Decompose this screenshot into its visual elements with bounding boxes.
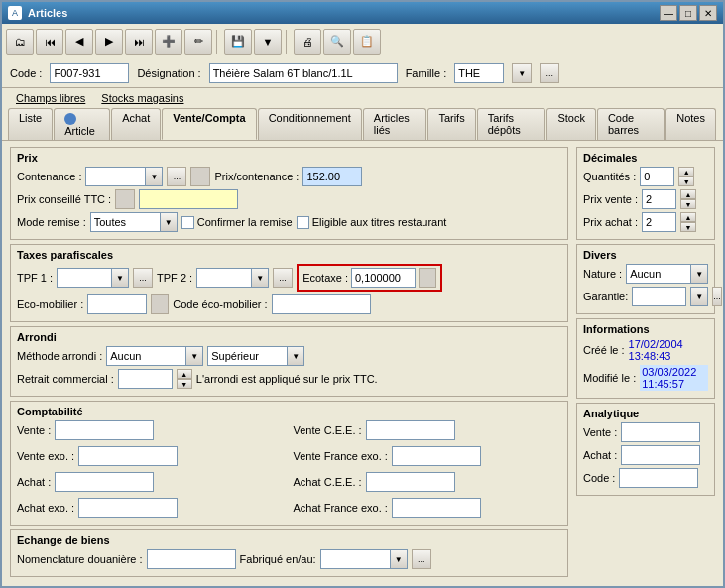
garantie-input[interactable] <box>632 287 686 306</box>
achat-input[interactable] <box>55 472 154 492</box>
contenance-calendar-btn[interactable] <box>190 167 210 186</box>
prix-vente-spin-up[interactable]: ▲ <box>680 189 696 199</box>
ecotaxe-input[interactable] <box>351 268 416 288</box>
tab-stock[interactable]: Stock <box>546 108 596 140</box>
divers-section: Divers Nature : ▼ Garantie: ▼ <box>576 244 715 314</box>
ecotaxe-btn[interactable] <box>419 268 436 288</box>
tab-code-barres[interactable]: Code barres <box>597 108 665 140</box>
confirmer-checkbox[interactable] <box>181 216 194 229</box>
prix-ttc-input[interactable] <box>139 189 238 209</box>
fabrique-dropdown[interactable]: ▼ <box>390 549 408 569</box>
mode-remise-input[interactable] <box>90 212 160 232</box>
toolbar-btn-9[interactable]: ▼ <box>254 29 282 55</box>
eligible-checkbox[interactable] <box>297 216 309 229</box>
famille-dropdown[interactable]: ▼ <box>512 63 532 83</box>
tpf1-dots[interactable]: ... <box>133 268 153 288</box>
toolbar-btn-5[interactable]: ⏭ <box>125 29 153 55</box>
superieur-input[interactable] <box>207 346 287 366</box>
retrait-input[interactable] <box>118 369 173 389</box>
toolbar-btn-1[interactable]: 🗂 <box>6 29 34 55</box>
analytique-achat-input[interactable] <box>621 445 700 465</box>
garantie-dropdown[interactable]: ▼ <box>690 287 708 306</box>
code-eco-input[interactable] <box>272 294 371 314</box>
echange-section: Echange de biens Nomenclature douanière … <box>10 529 568 577</box>
minimize-button[interactable]: — <box>660 5 677 21</box>
famille-dots-btn[interactable]: ... <box>540 63 559 83</box>
vente-france-exo-input[interactable] <box>392 446 481 466</box>
prix-ttc-calendar[interactable] <box>115 189 135 209</box>
desig-label: Désignation : <box>137 67 200 79</box>
toolbar-btn-6[interactable]: ➕ <box>155 29 182 55</box>
comptabilite-section: Comptabilité Vente : Vente C.E.E. : Vent… <box>10 401 568 526</box>
analytique-vente-input[interactable] <box>621 422 700 442</box>
nature-dropdown[interactable]: ▼ <box>690 264 708 284</box>
prix-ttc-row: Prix conseillé TTC : <box>17 189 561 209</box>
tab-achat[interactable]: Achat <box>111 108 161 140</box>
retrait-spin-down[interactable]: ▼ <box>177 379 192 389</box>
tab-champs-libres[interactable]: Champs libres <box>8 90 93 106</box>
contenance-dropdown[interactable]: ▼ <box>145 167 163 186</box>
eco-mobilier-input[interactable] <box>87 294 147 314</box>
tab-tarifs[interactable]: Tarifs <box>427 108 475 140</box>
mode-remise-dropdown[interactable]: ▼ <box>160 212 178 232</box>
toolbar-btn-3[interactable]: ◀ <box>65 29 93 55</box>
methode-input[interactable] <box>106 346 185 366</box>
toolbar-btn-10[interactable]: 🖨 <box>294 29 321 55</box>
retrait-spin-up[interactable]: ▲ <box>177 369 192 379</box>
code-input[interactable] <box>50 63 129 83</box>
achat-exo-input[interactable] <box>78 498 178 518</box>
nature-input[interactable] <box>626 264 690 284</box>
achat-france-exo-input[interactable] <box>392 498 481 518</box>
contenance-input[interactable] <box>85 167 145 186</box>
close-button[interactable]: ✕ <box>699 5 717 21</box>
vente-exo-input[interactable] <box>78 446 178 466</box>
prix-contenance-input[interactable] <box>302 167 362 186</box>
tab-stocks-magasins[interactable]: Stocks magasins <box>93 90 191 106</box>
desig-input[interactable] <box>209 63 398 83</box>
prix-vente-spin-down[interactable]: ▼ <box>680 199 696 209</box>
tab-vente-compta[interactable]: Vente/Compta <box>162 108 256 140</box>
tab-notes[interactable]: Notes <box>665 108 716 140</box>
toolbar-btn-7[interactable]: ✏ <box>184 29 212 55</box>
toolbar-btn-8[interactable]: 💾 <box>224 29 252 55</box>
quantites-spin-up[interactable]: ▲ <box>678 167 694 176</box>
vente-input[interactable] <box>55 420 154 440</box>
contenance-dots-btn[interactable]: ... <box>167 167 186 186</box>
toolbar-btn-11[interactable]: 🔍 <box>323 29 351 55</box>
retrait-spin: ▲ ▼ <box>177 369 192 389</box>
analytique-code-input[interactable] <box>619 468 698 488</box>
famille-input[interactable] <box>454 63 504 83</box>
tpf2-dropdown[interactable]: ▼ <box>251 268 269 288</box>
confirmer-checkbox-row: Confirmer la remise <box>181 216 293 229</box>
tpf2-input[interactable] <box>196 268 251 288</box>
tab-articles-lies[interactable]: Articles liés <box>363 108 427 140</box>
eco-mobilier-btn[interactable] <box>151 294 169 314</box>
modifie-value: 03/03/2022 11:45:57 <box>640 365 708 391</box>
garantie-dots[interactable]: ... <box>712 287 722 306</box>
prix-achat-input[interactable] <box>642 212 676 232</box>
quantites-spin-down[interactable]: ▼ <box>678 176 694 186</box>
tab-article[interactable]: Article <box>54 108 110 140</box>
tpf2-dots[interactable]: ... <box>273 268 293 288</box>
prix-achat-spin-down[interactable]: ▼ <box>680 222 696 232</box>
fabrique-dots[interactable]: ... <box>412 549 431 569</box>
fabrique-input[interactable] <box>320 549 390 569</box>
prix-vente-input[interactable] <box>642 189 676 209</box>
tab-tarifs-depots[interactable]: Tarifs dépôts <box>477 108 546 140</box>
toolbar-btn-12[interactable]: 📋 <box>353 29 381 55</box>
tpf1-input[interactable] <box>57 268 111 288</box>
maximize-button[interactable]: □ <box>679 5 697 21</box>
quantites-input[interactable] <box>640 167 674 186</box>
tpf1-dropdown[interactable]: ▼ <box>111 268 129 288</box>
toolbar-btn-2[interactable]: ⏮ <box>36 29 63 55</box>
methode-dropdown[interactable]: ▼ <box>185 346 203 366</box>
nomenclature-input[interactable] <box>147 549 236 569</box>
superieur-dropdown[interactable]: ▼ <box>287 346 304 366</box>
tab-liste[interactable]: Liste <box>8 108 53 140</box>
achat-cee-input[interactable] <box>366 472 455 492</box>
prix-achat-spin-up[interactable]: ▲ <box>680 212 696 222</box>
toolbar-btn-4[interactable]: ▶ <box>95 29 123 55</box>
tab-conditionnement[interactable]: Conditionnement <box>258 108 362 140</box>
vente-cee-input[interactable] <box>366 420 455 440</box>
prix-section: Prix Contenance : ▼ ... Prix/contenance … <box>10 147 568 240</box>
